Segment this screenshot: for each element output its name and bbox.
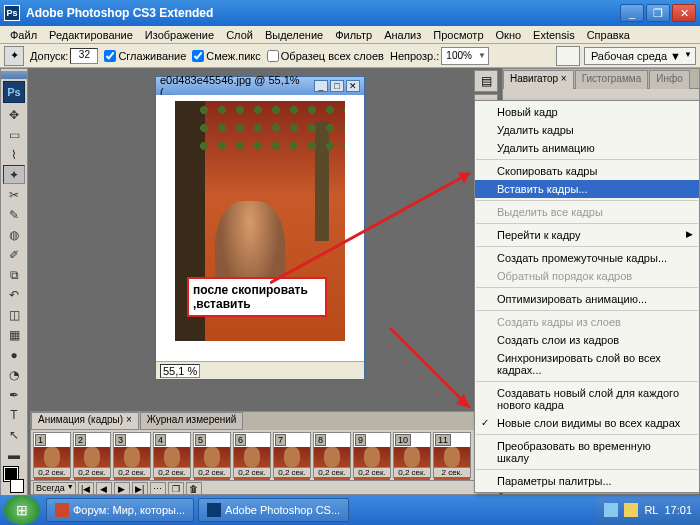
marquee-tool[interactable]: ▭	[3, 125, 25, 144]
menu-frames-from-layers[interactable]: Создать кадры из слоев	[475, 313, 699, 331]
menu-sync-layer[interactable]: Синхронизировать слой во всех кадрах...	[475, 349, 699, 379]
animation-frame[interactable]: 40,2 сек.	[153, 432, 191, 478]
menu-new-layer-per-frame[interactable]: Создавать новый слой для каждого нового …	[475, 384, 699, 414]
tolerance-input[interactable]: 32	[70, 48, 98, 64]
canvas[interactable]: после скопировать ,вставить	[156, 95, 364, 361]
menu-item[interactable]: Справка	[581, 28, 636, 42]
antialias-checkbox[interactable]	[104, 50, 116, 62]
tab-info[interactable]: Инфо	[649, 70, 690, 89]
panel-icon[interactable]: ▤	[474, 70, 498, 92]
taskbar-item[interactable]: Adobe Photoshop CS...	[198, 498, 349, 522]
animation-frame[interactable]: 90,2 сек.	[353, 432, 391, 478]
menu-item[interactable]: Изображение	[139, 28, 220, 42]
tab-measurement[interactable]: Журнал измерений	[140, 412, 244, 430]
tray-icon[interactable]	[604, 503, 618, 517]
animation-frame[interactable]: 20,2 сек.	[73, 432, 111, 478]
menu-item[interactable]: Слой	[220, 28, 259, 42]
gradient-tool[interactable]: ▦	[3, 325, 25, 344]
dodge-tool[interactable]: ◔	[3, 365, 25, 384]
crop-tool[interactable]: ✂	[3, 185, 25, 204]
alllayers-checkbox[interactable]	[267, 50, 279, 62]
eyedropper-tool[interactable]: ✎	[3, 205, 25, 224]
menu-item[interactable]: Окно	[490, 28, 528, 42]
menu-item[interactable]: Extensis	[527, 28, 581, 42]
menu-item[interactable]: Выделение	[259, 28, 329, 42]
taskbar-item[interactable]: Форум: Мир, которы...	[46, 498, 194, 522]
background-color[interactable]	[10, 479, 24, 493]
contiguous-checkbox[interactable]	[192, 50, 204, 62]
next-frame-button[interactable]: ▶|	[132, 482, 148, 496]
menu-delete-animation[interactable]: Удалить анимацию	[475, 139, 699, 157]
tab-histogram[interactable]: Гистограмма	[575, 70, 649, 89]
minimize-button[interactable]: _	[620, 4, 644, 22]
tab-animation[interactable]: Анимация (кадры) ×	[31, 412, 139, 430]
menu-item[interactable]: Файл	[4, 28, 43, 42]
animation-frame[interactable]: 10,2 сек.	[33, 432, 71, 478]
menu-new-frame[interactable]: Новый кадр	[475, 103, 699, 121]
eraser-tool[interactable]: ◫	[3, 305, 25, 324]
menu-tween[interactable]: Создать промежуточные кадры...	[475, 249, 699, 267]
maximize-button[interactable]: ❐	[646, 4, 670, 22]
animation-frame[interactable]: 80,2 сек.	[313, 432, 351, 478]
system-tray[interactable]: RL 17:01	[596, 495, 700, 525]
animation-frame[interactable]: 100,2 сек.	[393, 432, 431, 478]
tween-button[interactable]: ⋯	[150, 482, 166, 496]
toolbox-grip[interactable]	[1, 71, 27, 79]
opacity-dropdown[interactable]: 100%	[441, 47, 489, 65]
stamp-tool[interactable]: ⧉	[3, 265, 25, 284]
magic-wand-tool[interactable]: ✦	[3, 165, 25, 184]
animation-frame[interactable]: 30,2 сек.	[113, 432, 151, 478]
language-indicator[interactable]: RL	[644, 504, 658, 516]
start-button[interactable]: ⊞	[4, 495, 40, 525]
clock[interactable]: 17:01	[664, 504, 692, 516]
menu-palette-options[interactable]: Параметры палитры...	[475, 472, 699, 490]
doc-max-button[interactable]: □	[330, 80, 344, 92]
blur-tool[interactable]: ●	[3, 345, 25, 364]
loop-dropdown[interactable]: Всегда	[33, 482, 76, 496]
history-brush-tool[interactable]: ↶	[3, 285, 25, 304]
menu-goto-frame[interactable]: Перейти к кадру	[475, 226, 699, 244]
doc-close-button[interactable]: ✕	[346, 80, 360, 92]
first-frame-button[interactable]: |◀	[78, 482, 94, 496]
menu-item[interactable]: Анализ	[378, 28, 427, 42]
tray-icon[interactable]	[624, 503, 638, 517]
tutorial-arrow	[380, 328, 480, 418]
pen-tool[interactable]: ✒	[3, 385, 25, 404]
type-tool[interactable]: T	[3, 405, 25, 424]
animation-frame[interactable]: 70,2 сек.	[273, 432, 311, 478]
menu-convert-timeline[interactable]: Преобразовать во временную шкалу	[475, 437, 699, 467]
menu-select-all[interactable]: Выделить все кадры	[475, 203, 699, 221]
menu-layers-from-frames[interactable]: Создать слои из кадров	[475, 331, 699, 349]
move-tool[interactable]: ✥	[3, 105, 25, 124]
animation-frame[interactable]: 112 сек.	[433, 432, 471, 478]
path-tool[interactable]: ↖	[3, 425, 25, 444]
zoom-field[interactable]: 55,1 %	[160, 364, 200, 378]
menu-layers-visible[interactable]: Новые слои видимы во всех кадрах	[475, 414, 699, 432]
workspace-dropdown[interactable]: Рабочая среда ▼	[584, 47, 696, 65]
prev-frame-button[interactable]: ◀	[96, 482, 112, 496]
menu-optimize[interactable]: Оптимизировать анимацию...	[475, 290, 699, 308]
color-swatches[interactable]	[3, 466, 25, 494]
delete-frame-button[interactable]: 🗑	[186, 482, 202, 496]
close-button[interactable]: ✕	[672, 4, 696, 22]
brush-tool[interactable]: ✐	[3, 245, 25, 264]
document-titlebar[interactable]: e0d483e45546.jpg @ 55,1% (... _□✕	[156, 77, 364, 95]
goto-bridge-icon[interactable]	[556, 46, 580, 66]
tool-preset-icon[interactable]: ✦	[4, 46, 24, 66]
menu-item[interactable]: Фильтр	[329, 28, 378, 42]
menu-paste-frames[interactable]: Вставить кадры...	[475, 180, 699, 198]
menu-delete-frames[interactable]: Удалить кадры	[475, 121, 699, 139]
menu-item[interactable]: Редактирование	[43, 28, 139, 42]
animation-frame[interactable]: 60,2 сек.	[233, 432, 271, 478]
lasso-tool[interactable]: ⌇	[3, 145, 25, 164]
menu-reverse[interactable]: Обратный порядок кадров	[475, 267, 699, 285]
new-frame-button[interactable]: ❐	[168, 482, 184, 496]
menu-item[interactable]: Просмотр	[427, 28, 489, 42]
tab-navigator[interactable]: Навигатор ×	[503, 70, 574, 89]
shape-tool[interactable]: ▬	[3, 445, 25, 464]
play-button[interactable]: ▶	[114, 482, 130, 496]
menu-copy-frames[interactable]: Скопировать кадры	[475, 162, 699, 180]
animation-frame[interactable]: 50,2 сек.	[193, 432, 231, 478]
healing-tool[interactable]: ◍	[3, 225, 25, 244]
doc-min-button[interactable]: _	[314, 80, 328, 92]
